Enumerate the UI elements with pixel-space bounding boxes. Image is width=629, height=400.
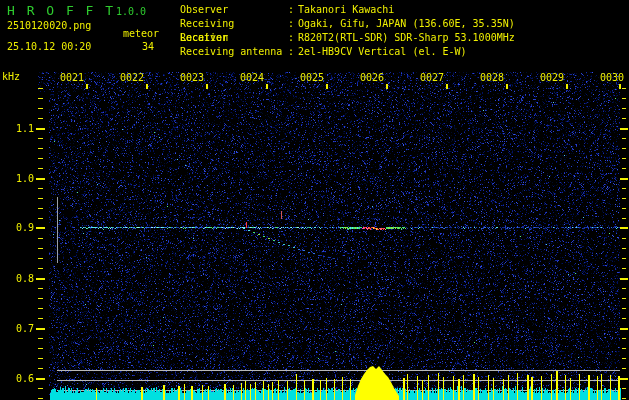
info-row-observer: Observer : Takanori Kawachi xyxy=(180,3,515,17)
x-tick-label-0028: 0028 xyxy=(477,72,507,83)
info-label: Receiving antenna xyxy=(180,45,288,59)
mode-label: meteor xyxy=(123,28,159,39)
y-tick-label-0.7: 0.7 xyxy=(0,323,34,334)
meteor-count: 34 xyxy=(142,41,154,52)
x-tick-label-0026: 0026 xyxy=(357,72,387,83)
info-row-location: Receiving Location : Ogaki, Gifu, JAPAN … xyxy=(180,17,515,31)
x-tick-label-0027: 0027 xyxy=(417,72,447,83)
info-label: Receiver xyxy=(180,31,288,45)
x-tick-label-0022: 0022 xyxy=(117,72,147,83)
y-axis-unit-label: kHz xyxy=(2,71,20,82)
info-value: Ogaki, Gifu, JAPAN (136.60E, 35.35N) xyxy=(298,17,515,31)
info-colon: : xyxy=(288,45,298,59)
y-tick-label-0.9: 0.9 xyxy=(0,222,34,233)
x-tick-label-0029: 0029 xyxy=(537,72,567,83)
x-tick-label-0021: 0021 xyxy=(57,72,87,83)
station-info-block: Observer : Takanori Kawachi Receiving Lo… xyxy=(180,3,515,59)
info-row-antenna: Receiving antenna : 2el-HB9CV Vertical (… xyxy=(180,45,515,59)
datetime-stamp: 25.10.12 00:20 xyxy=(7,41,91,52)
hrofft-window: H R O F F T 1.0.0 2510120020.png meteor … xyxy=(0,0,629,400)
app-title: H R O F F T xyxy=(7,3,115,18)
info-row-receiver: Receiver : R820T2(RTL-SDR) SDR-Sharp 53.… xyxy=(180,31,515,45)
output-filename: 2510120020.png xyxy=(7,20,91,31)
info-colon: : xyxy=(288,31,298,45)
app-version: 1.0.0 xyxy=(116,6,146,17)
info-label: Receiving Location xyxy=(180,17,288,31)
info-label: Observer xyxy=(180,3,288,17)
info-colon: : xyxy=(288,17,298,31)
x-tick-label-0024: 0024 xyxy=(237,72,267,83)
x-tick-label-0023: 0023 xyxy=(177,72,207,83)
y-tick-label-0.8: 0.8 xyxy=(0,273,34,284)
y-tick-label-0.6: 0.6 xyxy=(0,373,34,384)
info-value: R820T2(RTL-SDR) SDR-Sharp 53.1000MHz xyxy=(298,31,515,45)
x-tick-label-0025: 0025 xyxy=(297,72,327,83)
info-value: 2el-HB9CV Vertical (el. E-W) xyxy=(298,45,467,59)
spectrogram-canvas xyxy=(0,0,629,400)
info-colon: : xyxy=(288,3,298,17)
info-value: Takanori Kawachi xyxy=(298,3,394,17)
y-tick-label-1.0: 1.0 xyxy=(0,173,34,184)
y-tick-label-1.1: 1.1 xyxy=(0,123,34,134)
x-tick-label-0030: 0030 xyxy=(597,72,627,83)
